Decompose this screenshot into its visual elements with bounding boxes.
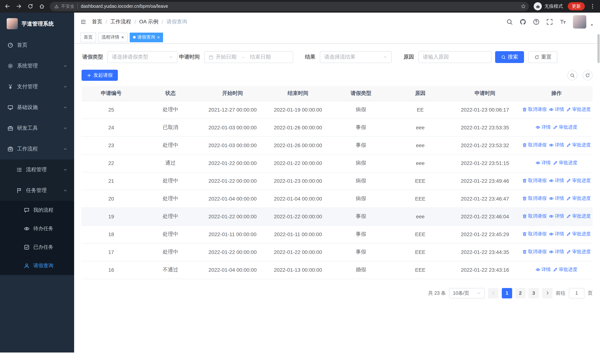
sidebar-item[interactable]: 工作流程: [0, 139, 74, 159]
detail-link[interactable]: 详情: [549, 231, 564, 237]
progress-link[interactable]: 审批进度: [566, 177, 591, 184]
breadcrumb-item[interactable]: OA 示例: [139, 19, 159, 25]
font-size-icon[interactable]: [560, 19, 566, 25]
detail-link[interactable]: 详情: [549, 106, 564, 113]
cell-leave-type: 婚假: [331, 261, 391, 279]
cell-start-time: 2022-01-22 00:00:00: [200, 172, 265, 190]
avatar-caret-icon[interactable]: ▼: [590, 23, 594, 28]
sidebar-item[interactable]: 我的流程: [0, 201, 74, 219]
reset-button[interactable]: 重置: [528, 51, 557, 63]
cancel-leave-link[interactable]: 取消请假: [522, 142, 547, 148]
cancel-leave-link[interactable]: 取消请假: [522, 249, 547, 255]
cancel-leave-link[interactable]: 取消请假: [522, 231, 547, 237]
tab-close-icon[interactable]: ×: [157, 35, 160, 40]
progress-link[interactable]: 审批进度: [566, 231, 591, 237]
toggle-search-button[interactable]: [567, 70, 577, 80]
detail-link[interactable]: 详情: [549, 213, 564, 219]
sidebar-item[interactable]: 首页: [0, 35, 74, 56]
home-icon[interactable]: [39, 3, 45, 9]
avatar[interactable]: [573, 15, 586, 28]
cancel-leave-link[interactable]: 取消请假: [522, 195, 547, 202]
cell-end-time: 2022-01-23 00:00:00: [265, 172, 331, 190]
browser-menu-icon[interactable]: [590, 3, 596, 9]
leave-type-select[interactable]: 请选择请假类型: [107, 51, 178, 63]
next-page-button[interactable]: [542, 288, 553, 298]
table-row: 21 处理中 2022-01-22 00:00:00 2022-01-23 00…: [82, 172, 593, 190]
detail-link[interactable]: 详情: [535, 124, 551, 131]
sidebar-item[interactable]: 研发工具: [0, 118, 74, 139]
progress-link[interactable]: 审批进度: [566, 106, 591, 113]
progress-link[interactable]: 审批进度: [553, 267, 577, 273]
detail-link[interactable]: 详情: [549, 142, 564, 148]
page-button[interactable]: 1: [502, 288, 512, 298]
search-icon[interactable]: [506, 19, 513, 25]
prev-page-button[interactable]: [488, 288, 498, 298]
progress-link[interactable]: 审批进度: [553, 124, 577, 131]
sidebar-item[interactable]: 基础设施: [0, 97, 74, 118]
sidebar-item[interactable]: 支付管理: [0, 76, 74, 97]
help-icon[interactable]: [533, 19, 540, 25]
sidebar-item[interactable]: 待办任务: [0, 219, 74, 238]
cancel-leave-link[interactable]: 取消请假: [522, 177, 547, 184]
breadcrumb: 首页/工作流程/OA 示例/请假查询: [92, 19, 187, 25]
warning-icon: [54, 4, 59, 9]
refresh-table-button[interactable]: [582, 70, 593, 80]
fullscreen-icon[interactable]: [546, 19, 553, 25]
cell-end-time: 2022-01-13 00:00:00: [265, 261, 331, 279]
detail-link[interactable]: 详情: [549, 195, 564, 202]
progress-link[interactable]: 审批进度: [566, 195, 591, 202]
address-bar[interactable]: 不安全 dashboard.yudao.iocoder.cn/bpm/oa/le…: [50, 2, 529, 11]
progress-link[interactable]: 审批进度: [553, 160, 577, 166]
cell-start-time: 2022-01-04 00:00:00: [200, 190, 265, 208]
sidebar-item[interactable]: 流程管理: [0, 159, 74, 180]
table-row: 20 处理中 2022-01-04 00:00:00 2022-01-04 00…: [82, 190, 593, 208]
sidebar-item[interactable]: 系统管理: [0, 56, 74, 76]
page-button[interactable]: 3: [528, 288, 539, 298]
cell-start-time: 2022-01-04 00:00:00: [200, 261, 265, 279]
date-range-picker[interactable]: 开始日期 - 结束日期: [204, 51, 293, 63]
progress-link[interactable]: 审批进度: [566, 213, 591, 219]
task-submenu: 我的流程 待办任务 已办任务 请假查询: [0, 201, 74, 275]
breadcrumb-item[interactable]: 首页: [92, 19, 102, 25]
back-icon[interactable]: [4, 3, 10, 9]
sidebar-item[interactable]: 已办任务: [0, 238, 74, 257]
cancel-leave-link[interactable]: 取消请假: [522, 213, 547, 219]
breadcrumb-item[interactable]: 工作流程: [111, 19, 131, 25]
sidebar-collapse-icon[interactable]: [80, 19, 86, 25]
tab[interactable]: 请假查询 ×: [130, 32, 163, 42]
page-button[interactable]: 2: [515, 288, 525, 298]
scrollbar-thumb[interactable]: [597, 34, 600, 63]
create-leave-button[interactable]: 发起请假: [82, 70, 118, 81]
range-separator: -: [242, 54, 244, 60]
table-row: 24 已取消 2022-01-03 00:00:00 2022-01-26 00…: [82, 119, 593, 136]
search-icon: [570, 73, 575, 78]
detail-link[interactable]: 详情: [549, 177, 564, 184]
detail-link[interactable]: 详情: [535, 267, 551, 273]
tab-close-icon[interactable]: ×: [121, 35, 124, 40]
chevron-icon: [63, 64, 67, 68]
reload-icon[interactable]: [28, 3, 33, 9]
detail-link[interactable]: 详情: [549, 249, 564, 255]
goto-page-input[interactable]: [569, 288, 584, 298]
tab[interactable]: 首页: [80, 32, 96, 42]
cell-leave-type: 事假: [331, 243, 391, 261]
result-select[interactable]: 请选择流结果: [320, 51, 392, 63]
cell-leave-type: 病假: [331, 101, 391, 119]
cell-reason: eee: [391, 136, 450, 154]
bookmark-star-icon[interactable]: [521, 4, 526, 9]
progress-link[interactable]: 审批进度: [566, 142, 591, 148]
sidebar-item[interactable]: 任务管理: [0, 180, 74, 201]
github-icon[interactable]: [520, 19, 526, 25]
sidebar-item[interactable]: 请假查询: [0, 257, 74, 275]
search-button[interactable]: 搜索: [495, 51, 524, 63]
page-size-select[interactable]: 10条/页: [449, 288, 485, 298]
cancel-leave-link[interactable]: 取消请假: [522, 106, 547, 113]
tab[interactable]: 流程详情 ×: [98, 32, 127, 42]
detail-link[interactable]: 详情: [535, 160, 551, 166]
progress-link[interactable]: 审批进度: [566, 249, 591, 255]
cell-leave-type: 事假: [331, 136, 391, 154]
forward-icon[interactable]: [16, 3, 22, 9]
update-button[interactable]: 更新: [568, 2, 585, 10]
table-row: 18 处理中 2022-01-11 00:00:00 2022-01-11 00…: [82, 225, 593, 243]
reason-input[interactable]: 请输入原因: [418, 51, 491, 63]
